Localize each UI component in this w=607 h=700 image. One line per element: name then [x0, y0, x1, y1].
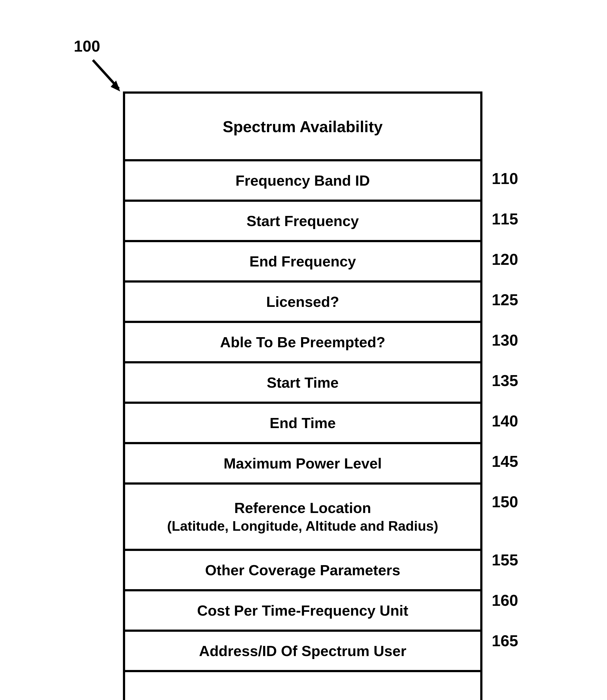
row-start-time: Start Time	[125, 364, 480, 404]
figure-number: 100	[74, 37, 100, 55]
row-start-frequency: Start Frequency	[125, 202, 480, 242]
label-130: 130	[492, 331, 518, 349]
label-120: 120	[492, 250, 518, 268]
row-end-frequency: End Frequency	[125, 242, 480, 283]
row-empty	[125, 672, 480, 700]
label-160: 160	[492, 591, 518, 609]
label-145: 145	[492, 452, 518, 471]
spectrum-table: Spectrum Availability Frequency Band ID …	[123, 91, 482, 700]
label-155: 155	[492, 551, 518, 569]
row-frequency-band-id: Frequency Band ID	[125, 161, 480, 202]
row-end-time: End Time	[125, 404, 480, 444]
label-115: 115	[492, 210, 518, 228]
label-150: 150	[492, 493, 518, 511]
label-140: 140	[492, 412, 518, 430]
label-165: 165	[492, 632, 518, 650]
table-header: Spectrum Availability	[125, 94, 480, 161]
row-preempted: Able To Be Preempted?	[125, 323, 480, 364]
label-135: 135	[492, 371, 518, 390]
row-reference-location-line1: Reference Location	[234, 498, 371, 517]
pointer-arrow	[90, 57, 126, 95]
row-reference-location: Reference Location (Latitude, Longitude,…	[125, 485, 480, 551]
label-110: 110	[492, 169, 518, 188]
row-other-coverage: Other Coverage Parameters	[125, 551, 480, 591]
label-125: 125	[492, 290, 518, 309]
row-reference-location-line2: (Latitude, Longitude, Altitude and Radiu…	[167, 517, 438, 535]
row-max-power: Maximum Power Level	[125, 444, 480, 485]
row-licensed: Licensed?	[125, 283, 480, 323]
row-cost: Cost Per Time-Frequency Unit	[125, 591, 480, 632]
row-address-id: Address/ID Of Spectrum User	[125, 632, 480, 672]
